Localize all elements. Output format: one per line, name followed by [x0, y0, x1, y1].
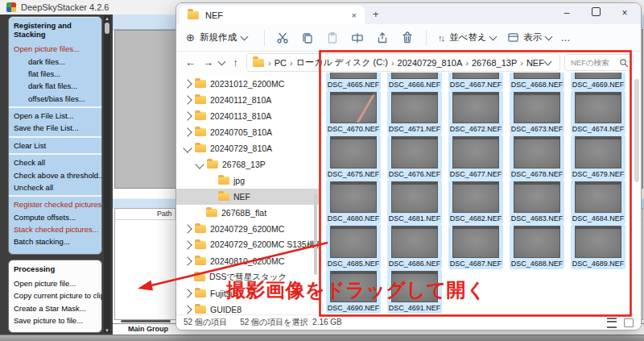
chevron-right-icon[interactable] — [183, 111, 192, 120]
details-view-icon[interactable] — [607, 318, 617, 328]
chevron-right-icon[interactable] — [183, 95, 192, 104]
file-item[interactable]: DSC_4677.NEF — [448, 135, 503, 180]
chevron-right-icon[interactable] — [183, 256, 192, 265]
file-item[interactable]: DSC_4673.NEF — [510, 90, 564, 135]
back-button[interactable]: ← — [184, 56, 197, 69]
chevron-right-icon[interactable] — [183, 127, 192, 136]
tree-item[interactable]: Fujitsu — [176, 285, 319, 301]
sidebar-link[interactable]: Check above a threshold... — [9, 168, 101, 181]
sidebar-link[interactable]: Batch stacking... — [9, 235, 101, 247]
up-button[interactable]: ↑ — [229, 56, 242, 69]
file-item[interactable]: DSC_4672.NEF — [448, 90, 503, 135]
sidebar-link[interactable]: Register checked pictures... — [9, 198, 101, 210]
tree-item[interactable]: jpg — [176, 173, 319, 189]
share-button[interactable] — [370, 31, 395, 44]
scrollbar-thumb[interactable] — [105, 23, 109, 34]
tab-nef[interactable]: NEF × — [180, 6, 365, 24]
tree-item[interactable]: 20240729_6200MC — [176, 221, 319, 237]
scroll-up-icon[interactable]: ▲ — [105, 16, 109, 21]
tree-item[interactable]: DSSで彗星スタック — [176, 269, 319, 285]
file-item[interactable]: DSC_4667.NEF — [448, 73, 503, 90]
file-item[interactable]: DSC_4678.NEF — [510, 135, 564, 180]
breadcrumb-item[interactable]: ローカル ディスク (C:) — [296, 56, 388, 69]
tree-item[interactable]: 20240113_810A — [176, 108, 319, 124]
copy-button[interactable] — [295, 31, 320, 44]
forward-button[interactable]: → — [201, 56, 215, 69]
file-item[interactable]: DSC_4670.NEF — [326, 90, 381, 135]
tree-item[interactable]: 20240729_6200MC S135構図 — [176, 237, 319, 253]
close-button[interactable]: × — [610, 7, 639, 19]
breadcrumb-item[interactable]: NEF — [526, 58, 544, 68]
more-options-button[interactable]: … — [560, 32, 570, 44]
sidebar-link[interactable]: dark flat files... — [9, 80, 101, 92]
sidebar-link[interactable]: Stack checked pictures... — [9, 223, 101, 235]
file-item[interactable]: DSC_4687.NEF — [448, 224, 503, 269]
file-item[interactable]: DSC_4680.NEF — [326, 180, 381, 225]
new-tab-button[interactable]: + — [373, 8, 379, 20]
sidebar-link[interactable]: Check all — [9, 156, 101, 168]
file-item[interactable]: DSC_4668.NEF — [510, 73, 564, 90]
search-input[interactable] — [569, 57, 617, 68]
tree-item[interactable]: 20240112_810A — [176, 92, 319, 108]
rename-button[interactable] — [345, 31, 370, 44]
sidebar-link[interactable]: Save the File List... — [9, 122, 101, 134]
chevron-right-icon[interactable] — [183, 224, 192, 233]
tree-item[interactable]: 20240729_810A — [176, 140, 319, 156]
dss-horizontal-scrollbar[interactable] — [121, 320, 171, 322]
file-item[interactable]: DSC_4688.NEF — [510, 224, 564, 269]
sidebar-link[interactable]: Copy current picture to clipboard — [9, 289, 101, 301]
file-item[interactable]: DSC_4682.NEF — [448, 180, 503, 225]
delete-button[interactable] — [395, 31, 420, 44]
icons-view-icon[interactable] — [624, 318, 634, 327]
chevron-down-icon[interactable] — [195, 160, 204, 168]
file-item[interactable]: DSC_4689.NEF — [571, 224, 625, 269]
dss-main-group-tab[interactable]: Main Group — [118, 324, 179, 335]
new-button[interactable]: ⊕ 新規作成 — [186, 31, 247, 44]
minimize-button[interactable]: – — [552, 7, 581, 19]
paste-button[interactable] — [320, 31, 345, 44]
maximize-button[interactable] — [581, 7, 610, 19]
chevron-right-icon[interactable] — [183, 240, 192, 249]
file-item[interactable]: DSC_4691.NEF — [387, 269, 442, 314]
view-button[interactable]: 表示 — [507, 31, 551, 44]
file-item[interactable]: DSC_4674.NEF — [571, 90, 625, 135]
file-item[interactable]: DSC_4675.NEF — [326, 135, 381, 180]
file-item[interactable]: DSC_4684.NEF — [571, 180, 625, 225]
sidebar-link[interactable]: Open a File List... — [9, 110, 101, 122]
dss-sidebar-scrollbar[interactable]: ▲ ▼ — [104, 16, 110, 333]
sidebar-link[interactable]: Clear List — [9, 139, 101, 152]
history-chevron-icon[interactable] — [218, 57, 226, 65]
file-item[interactable]: DSC_4665.NEF — [326, 73, 381, 90]
chevron-down-icon[interactable] — [183, 143, 192, 152]
file-item[interactable]: DSC_4666.NEF — [387, 73, 442, 90]
sidebar-link[interactable]: flat files... — [9, 68, 101, 80]
path-column-header[interactable]: Path — [157, 210, 172, 218]
file-item[interactable]: DSC_4686.NEF — [387, 224, 442, 269]
cut-button[interactable] — [270, 31, 295, 44]
sidebar-link[interactable]: offset/bias files... — [9, 93, 101, 105]
sidebar-link[interactable]: Create a Star Mask... — [9, 301, 101, 314]
breadcrumb-item[interactable]: PC — [275, 58, 287, 68]
address-dropdown-icon[interactable] — [543, 57, 551, 65]
file-item[interactable]: DSC_4679.NEF — [571, 135, 625, 180]
tree-item[interactable]: 26768B_flat — [176, 205, 319, 221]
file-item[interactable]: DSC_4690.NEF — [326, 269, 381, 314]
file-item[interactable]: DSC_4683.NEF — [510, 180, 564, 225]
breadcrumb[interactable]: ›PC›ローカル ディスク (C:)›20240729_810A›26768_1… — [246, 53, 560, 72]
sidebar-link[interactable]: Uncheck all — [9, 181, 101, 193]
chevron-right-icon[interactable] — [183, 79, 192, 88]
scroll-down-icon[interactable]: ▼ — [105, 328, 109, 333]
tree-item[interactable]: GUIDE8 — [176, 301, 319, 315]
sort-button[interactable]: ↑↓ 並べ替え — [438, 31, 497, 44]
tab-close-icon[interactable]: × — [352, 10, 357, 20]
file-item[interactable]: DSC_4685.NEF — [326, 224, 381, 269]
sidebar-link[interactable]: Open picture file... — [9, 277, 101, 289]
tree-item[interactable]: NEF — [176, 189, 319, 205]
tree-scrollbar[interactable] — [314, 194, 317, 275]
file-item[interactable]: DSC_4669.NEF — [571, 73, 625, 90]
sidebar-link[interactable]: dark files... — [9, 55, 101, 67]
file-item[interactable]: DSC_4671.NEF — [387, 90, 442, 135]
sidebar-link[interactable]: Open picture files... — [9, 43, 101, 55]
breadcrumb-item[interactable]: 20240729_810A — [398, 58, 463, 68]
chevron-right-icon[interactable] — [183, 305, 192, 314]
